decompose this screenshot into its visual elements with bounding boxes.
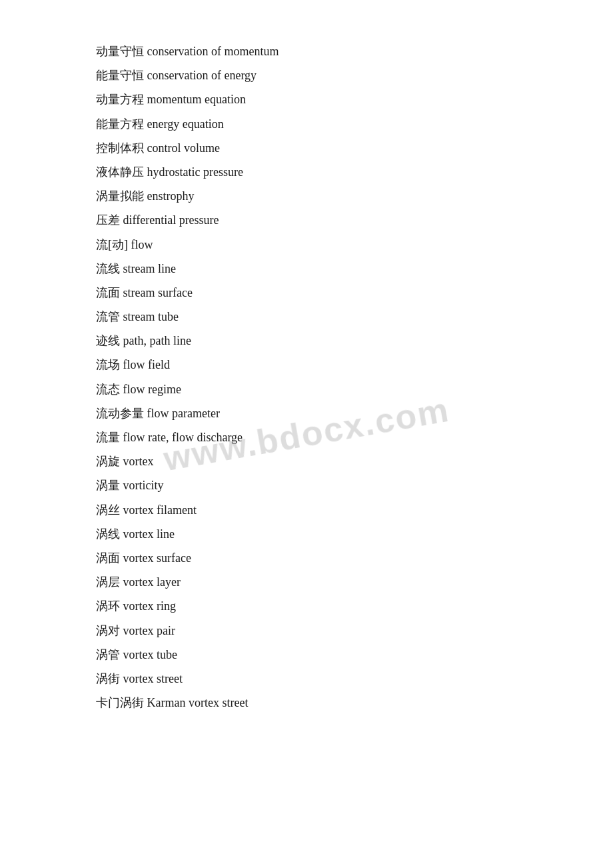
list-item: 流线 stream line <box>96 257 517 280</box>
list-item: 流态 flow regime <box>96 378 517 401</box>
list-item: 流管 stream tube <box>96 305 517 328</box>
list-item: 动量守恒 conservation of momentum <box>96 40 517 63</box>
list-item: 涡环 vortex ring <box>96 595 517 617</box>
list-item: 控制体积 control volume <box>96 137 517 159</box>
list-item: 涡量拟能 enstrophy <box>96 185 517 207</box>
content-area: 动量守恒 conservation of momentum能量守恒 conser… <box>0 0 613 755</box>
list-item: 流场 flow field <box>96 353 517 376</box>
list-item: 卡门涡街 Karman vortex street <box>96 691 517 714</box>
list-item: 流量 flow rate, flow discharge <box>96 426 517 449</box>
list-item: 涡面 vortex surface <box>96 547 517 569</box>
list-item: 涡旋 vortex <box>96 450 517 473</box>
list-item: 能量方程 energy equation <box>96 113 517 135</box>
list-item: 涡管 vortex tube <box>96 643 517 666</box>
list-item: 流[动] flow <box>96 233 517 256</box>
list-item: 涡街 vortex street <box>96 667 517 690</box>
list-item: 流动参量 flow parameter <box>96 402 517 425</box>
list-item: 流面 stream surface <box>96 281 517 304</box>
list-item: 动量方程 momentum equation <box>96 88 517 111</box>
list-item: 涡线 vortex line <box>96 523 517 545</box>
list-item: 涡量 vorticity <box>96 474 517 497</box>
list-item: 压差 differential pressure <box>96 209 517 231</box>
list-item: 迹线 path, path line <box>96 329 517 352</box>
list-item: 液体静压 hydrostatic pressure <box>96 161 517 183</box>
list-item: 涡丝 vortex filament <box>96 499 517 521</box>
list-item: 涡对 vortex pair <box>96 619 517 642</box>
list-item: 涡层 vortex layer <box>96 571 517 593</box>
list-item: 能量守恒 conservation of energy <box>96 64 517 87</box>
